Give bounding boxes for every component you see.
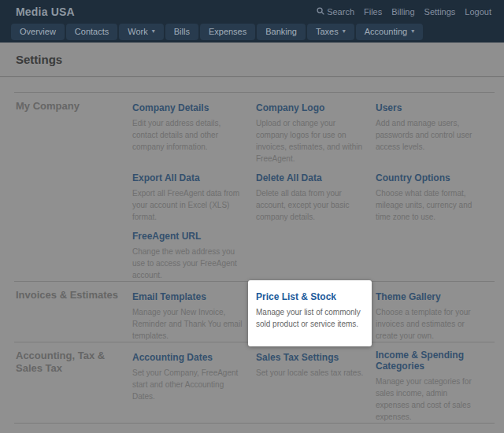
theme-gallery-link[interactable]: Theme Gallery [376,291,441,302]
income-spending-categories-link[interactable]: Income & Spending Categories [376,350,479,372]
freeagent-url-desc: Change the web address you use to access… [132,246,246,281]
tab-expenses-label: Expenses [209,27,246,36]
main-tab-bar: Overview Contacts Work▾ Bills Expenses B… [0,23,504,43]
logout-link[interactable]: Logout [465,7,491,17]
tab-work[interactable]: Work▾ [119,24,163,40]
setting-income-spending: Income & Spending Categories Manage your… [376,350,488,423]
section-cells: Email Templates Manage your New Invoice,… [132,289,488,342]
company-details-link[interactable]: Company Details [132,102,209,113]
billing-link[interactable]: Billing [391,7,414,17]
company-brand: Media USA [16,6,75,18]
search-link[interactable]: Search [317,7,354,17]
setting-freeagent-url: FreeAgent URL Change the web address you… [132,228,256,281]
users-desc: Add and manage users, passwords and cont… [376,117,479,153]
setting-email-templates: Email Templates Manage your New Invoice,… [132,289,256,342]
theme-gallery-desc: Choose a template for your invoices and … [376,306,479,342]
tab-banking[interactable]: Banking [257,24,306,40]
section-invoices-estimates: Invoices & Estimates Email Templates Man… [0,281,504,342]
setting-country-options: Country Options Choose what date format,… [376,170,488,223]
setting-export-all-data: Export All Data Export all FreeAgent dat… [132,170,256,223]
income-spending-categories-desc: Manage your categories for sales income,… [376,376,479,423]
setting-users: Users Add and manage users, passwords an… [376,100,488,165]
files-link-label: Files [364,7,382,17]
freeagent-url-link[interactable]: FreeAgent URL [132,231,201,242]
sales-tax-settings-link[interactable]: Sales Tax Settings [256,352,339,363]
company-logo-desc: Upload or change your company logos for … [256,117,366,165]
logout-link-label: Logout [465,7,491,17]
tab-overview-label: Overview [20,27,56,36]
page-title: Settings [16,53,62,66]
files-link[interactable]: Files [364,7,382,17]
top-navbar: Media USA Search Files Billing Settings … [0,0,504,23]
company-details-desc: Edit your address details, contact detai… [132,117,246,153]
price-list-stock-link[interactable]: Price List & Stock [256,291,336,302]
tab-work-label: Work [128,27,147,36]
country-options-link[interactable]: Country Options [376,172,450,183]
settings-link-label: Settings [424,7,456,17]
accounting-dates-link[interactable]: Accounting Dates [132,352,213,363]
tab-contacts-label: Contacts [75,27,109,36]
page-header: Settings [0,43,504,77]
section-integrations: Integrations API & Feeds Enable API acce… [0,423,504,433]
sales-tax-settings-desc: Set your locale sales tax rates. [256,367,366,379]
section-accounting-tax: Accounting, Tax & Sales Tax Accounting D… [0,342,504,423]
delete-all-data-link[interactable]: Delete All Data [256,172,322,183]
price-list-stock-desc: Manage your list of commonly sold produc… [256,306,366,330]
export-all-data-desc: Export all FreeAgent data from your acco… [132,187,246,223]
tab-expenses[interactable]: Expenses [200,24,255,40]
delete-all-data-desc: Delete all data from your account, excep… [256,187,366,223]
setting-accounting-dates: Accounting Dates Set your Company, FreeA… [132,350,256,423]
country-options-desc: Choose what date format, mileage units, … [376,187,479,223]
tab-taxes[interactable]: Taxes▾ [307,24,354,40]
section-label: My Company [16,100,132,281]
tab-accounting-label: Accounting [365,27,407,36]
tab-accounting[interactable]: Accounting▾ [356,24,423,40]
chevron-down-icon: ▾ [343,28,346,35]
setting-price-list-stock-highlighted: Price List & Stock Manage your list of c… [256,289,376,342]
settings-sections: My Company Company Details Edit your add… [0,77,504,433]
accounting-dates-desc: Set your Company, FreeAgent start and ot… [132,367,246,402]
section-cells: Accounting Dates Set your Company, FreeA… [132,350,488,423]
email-templates-desc: Manage your New Invoice, Reminder and Th… [132,306,246,342]
company-logo-link[interactable]: Company Logo [256,102,324,113]
email-templates-link[interactable]: Email Templates [132,291,206,302]
setting-delete-all-data: Delete All Data Delete all data from you… [256,170,376,223]
search-link-label: Search [327,7,354,17]
setting-theme-gallery: Theme Gallery Choose a template for your… [376,289,488,342]
export-all-data-link[interactable]: Export All Data [132,172,200,183]
section-my-company: My Company Company Details Edit your add… [0,92,504,281]
billing-link-label: Billing [391,7,414,17]
setting-sales-tax: Sales Tax Settings Set your locale sales… [256,350,376,423]
setting-company-details: Company Details Edit your address detail… [132,100,256,165]
tab-taxes-label: Taxes [316,27,339,36]
tab-overview[interactable]: Overview [11,24,65,40]
section-cells: Company Details Edit your address detail… [132,100,488,281]
section-label: Accounting, Tax & Sales Tax [16,350,132,423]
chevron-down-icon: ▾ [411,28,414,35]
user-nav: Search Files Billing Settings Logout [317,7,491,17]
search-icon [317,7,324,17]
chevron-down-icon: ▾ [152,28,155,35]
users-link[interactable]: Users [376,102,402,113]
tab-contacts[interactable]: Contacts [66,24,117,40]
tab-banking-label: Banking [265,27,297,36]
tab-bills-label: Bills [174,27,190,36]
section-label: Invoices & Estimates [16,289,132,342]
settings-link[interactable]: Settings [424,7,456,17]
tab-bills[interactable]: Bills [165,24,198,40]
setting-company-logo: Company Logo Upload or change your compa… [256,100,376,165]
